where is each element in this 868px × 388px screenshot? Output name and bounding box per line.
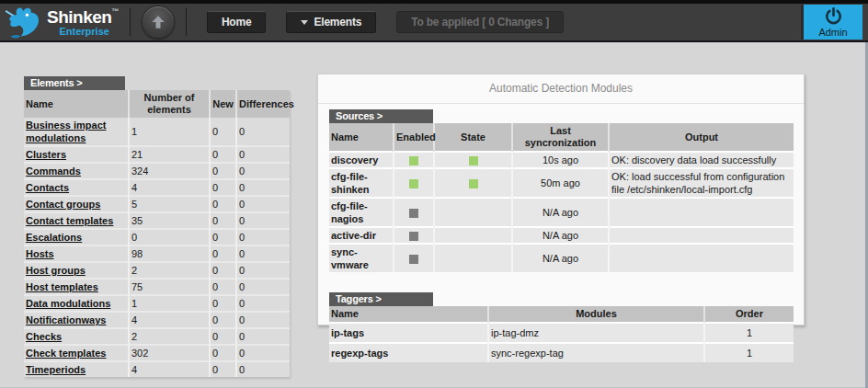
element-new-cell: 0 — [210, 361, 236, 377]
sources-table: Name Enabled State Last syncronization O… — [329, 123, 794, 272]
source-enabled-cell — [394, 227, 434, 244]
automatic-detection-card: Automatic Detection Modules Sources > Na… — [317, 74, 805, 325]
source-name-cell: active-dir — [329, 227, 394, 244]
scroll-top-button[interactable] — [142, 6, 175, 39]
table-row: Data modulations100 — [24, 295, 290, 312]
element-count-cell: 4 — [129, 361, 210, 377]
source-output-cell: OK: load successful from configuration f… — [609, 168, 794, 198]
table-row: Commands32400 — [24, 163, 290, 179]
element-new-cell: 0 — [210, 312, 236, 328]
taggers-section: Taggers > Name Modules Order ip-tagsip-t… — [329, 292, 793, 362]
element-diff-cell: 0 — [236, 245, 290, 262]
element-count-cell: 2 — [129, 328, 210, 345]
column-header-name: Name — [24, 90, 129, 118]
taggers-table-body: ip-tagsip-tag-dmz1regexp-tagssync-regexp… — [329, 323, 794, 362]
source-last-sync-cell: 50m ago — [512, 168, 609, 198]
status-on-indicator — [409, 179, 418, 188]
column-header-number-of-elements: Number of elements — [129, 90, 210, 118]
element-link[interactable]: Host groups — [26, 265, 86, 276]
element-link[interactable]: Contacts — [26, 182, 69, 193]
column-header-order: Order — [704, 306, 794, 323]
table-row: ip-tagsip-tag-dmz1 — [329, 323, 794, 343]
element-link[interactable]: Checks — [26, 331, 62, 342]
element-link[interactable]: Hosts — [26, 248, 54, 259]
caret-down-icon — [301, 20, 308, 25]
shinken-fish-icon — [5, 5, 43, 40]
taggers-header: Taggers > — [329, 292, 433, 306]
element-name-cell: Contacts — [24, 179, 129, 196]
table-row: Timeperiods400 — [24, 361, 290, 377]
admin-menu[interactable]: Admin — [801, 5, 862, 40]
source-output-cell — [609, 198, 794, 227]
table-row: sync-vmwareN/A ago — [329, 244, 794, 272]
sources-table-header-row: Name Enabled State Last syncronization O… — [329, 123, 794, 152]
element-count-cell: 2 — [129, 262, 210, 279]
column-header-differences: Differences — [236, 90, 290, 118]
element-name-cell: Data modulations — [24, 295, 129, 312]
brand-name: Shinken™ — [47, 8, 119, 26]
elements-menu-label: Elements — [314, 16, 361, 29]
table-row: regexp-tagssync-regexp-tag1 — [329, 343, 794, 362]
shinken-logo[interactable]: Shinken™ Enterprise — [0, 5, 119, 40]
element-name-cell: Escalations — [24, 229, 129, 245]
element-count-cell: 324 — [129, 163, 210, 179]
status-on-indicator — [469, 156, 478, 165]
source-enabled-cell — [394, 198, 434, 227]
element-diff-cell: 0 — [236, 262, 290, 279]
status-off-indicator — [409, 209, 418, 218]
source-name-cell: discovery — [329, 152, 394, 168]
column-header-state: State — [434, 123, 512, 152]
table-row: Host groups200 — [24, 262, 290, 279]
column-header-output: Output — [609, 123, 794, 152]
element-link[interactable]: Host templates — [26, 281, 98, 292]
element-new-cell: 0 — [210, 118, 236, 146]
element-diff-cell: 0 — [236, 295, 290, 312]
home-button[interactable]: Home — [207, 11, 267, 33]
element-name-cell: Check templates — [24, 345, 129, 361]
element-link[interactable]: Escalations — [26, 232, 82, 243]
table-row: Notificationways400 — [24, 312, 290, 328]
tagger-name-cell: regexp-tags — [329, 343, 488, 362]
element-name-cell: Timeperiods — [24, 361, 129, 377]
element-count-cell: 75 — [129, 279, 210, 295]
status-on-indicator — [409, 156, 418, 165]
elements-menu-button[interactable]: Elements — [286, 11, 376, 33]
table-row: Contacts400 — [24, 179, 290, 196]
status-off-indicator — [409, 255, 418, 264]
element-diff-cell: 0 — [236, 196, 290, 212]
element-link[interactable]: Business impact modulations — [26, 120, 106, 143]
element-new-cell: 0 — [210, 245, 236, 262]
source-enabled-cell — [394, 168, 434, 198]
element-name-cell: Commands — [24, 163, 129, 179]
to-be-applied-button[interactable]: To be applied [ 0 Changes ] — [396, 11, 564, 33]
element-link[interactable]: Clusters — [26, 149, 66, 160]
sources-table-body: discovery10s agoOK: discovery data load … — [329, 152, 794, 272]
element-count-cell: 1 — [129, 295, 210, 312]
elements-table-body: Business impact modulations100Clusters21… — [24, 118, 290, 377]
element-name-cell: Host groups — [24, 262, 129, 279]
tagger-modules-cell: sync-regexp-tag — [488, 343, 704, 362]
table-row: Check templates30200 — [24, 345, 290, 361]
element-link[interactable]: Check templates — [26, 348, 106, 359]
element-link[interactable]: Contact groups — [26, 199, 100, 210]
table-row: cfg-file-shinken50m agoOK: load successf… — [329, 168, 794, 198]
sources-header: Sources > — [329, 109, 433, 123]
element-diff-cell: 0 — [236, 345, 290, 361]
column-header-enabled: Enabled — [394, 123, 434, 152]
element-new-cell: 0 — [210, 212, 236, 229]
element-link[interactable]: Notificationways — [26, 314, 106, 325]
element-link[interactable]: Data modulations — [26, 298, 110, 309]
table-row: Checks200 — [24, 328, 290, 345]
table-row: active-dirN/A ago — [329, 227, 794, 244]
element-new-cell: 0 — [210, 345, 236, 361]
elements-table-header-row: Name Number of elements New Differences — [24, 90, 290, 118]
source-name-cell: cfg-file-shinken — [329, 168, 394, 198]
element-new-cell: 0 — [210, 196, 236, 212]
element-count-cell: 0 — [129, 229, 210, 245]
taggers-table: Name Modules Order ip-tagsip-tag-dmz1reg… — [329, 306, 794, 362]
element-link[interactable]: Commands — [26, 165, 81, 177]
power-icon — [824, 6, 843, 26]
element-link[interactable]: Contact templates — [26, 215, 113, 226]
element-link[interactable]: Timeperiods — [26, 364, 86, 375]
element-name-cell: Host templates — [24, 279, 129, 295]
